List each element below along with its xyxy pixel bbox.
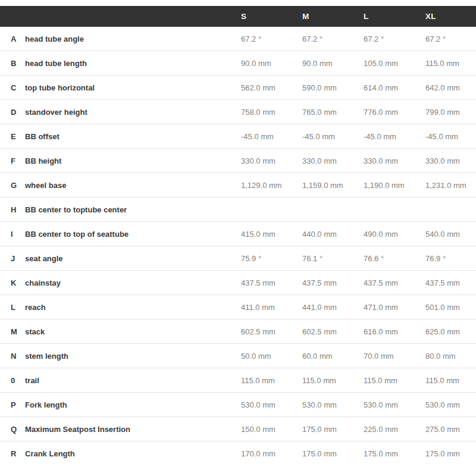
cell-value-m: 602.5 mm <box>302 327 364 336</box>
cell-value-s: 75.9 ° <box>241 254 302 263</box>
row-label: trail <box>25 376 241 385</box>
cell-value-l: 1,190.0 mm <box>364 181 425 190</box>
row-label: BB offset <box>25 132 241 141</box>
cell-value-xl: 540.0 mm <box>425 230 469 239</box>
cell-value-l: 70.0 mm <box>364 352 425 361</box>
cell-value-s: 50.0 mm <box>241 352 302 361</box>
row-label: standover height <box>25 108 241 117</box>
table-row: P Fork length 530.0 mm 530.0 mm 530.0 mm… <box>0 393 476 417</box>
cell-value-m: 441.0 mm <box>302 303 364 312</box>
row-letter: F <box>11 156 25 165</box>
row-label: stack <box>25 327 241 336</box>
cell-value-s: 758.0 mm <box>241 108 302 117</box>
column-header-xl: XL <box>425 12 469 21</box>
row-letter: A <box>11 35 25 43</box>
row-letter: R <box>11 449 25 458</box>
table-body: A head tube angle 67.2 ° 67.2 ° 67.2 ° 6… <box>0 27 476 466</box>
cell-value-m: 60.0 mm <box>302 352 364 361</box>
cell-value-m: 67.2 ° <box>302 35 364 43</box>
cell-value-xl: 330.0 mm <box>425 156 469 165</box>
column-header-m: M <box>302 12 364 21</box>
cell-value-m: 175.0 mm <box>302 449 364 458</box>
cell-value-m: 175.0 mm <box>302 425 364 434</box>
row-label: BB center to toptube center <box>25 205 241 214</box>
cell-value-s: 67.2 ° <box>241 35 302 43</box>
table-row: B head tube length 90.0 mm 90.0 mm 105.0… <box>0 51 476 76</box>
cell-value-l: 490.0 mm <box>364 230 425 239</box>
cell-value-xl: 275.0 mm <box>425 425 469 434</box>
row-letter: C <box>11 83 25 92</box>
cell-value-m: -45.0 mm <box>302 132 364 141</box>
row-label: Maximum Seatpost Insertion <box>25 425 241 434</box>
cell-value-s: 1,129.0 mm <box>241 181 302 190</box>
cell-value-l: 330.0 mm <box>364 156 425 165</box>
table-row: A head tube angle 67.2 ° 67.2 ° 67.2 ° 6… <box>0 27 476 51</box>
cell-value-s: 330.0 mm <box>241 156 302 165</box>
table-row: C top tube horizontal 562.0 mm 590.0 mm … <box>0 76 476 100</box>
table-row: H BB center to toptube center <box>0 198 476 222</box>
row-label: reach <box>25 303 241 312</box>
row-letter: E <box>11 132 25 141</box>
row-label: seat angle <box>25 254 241 263</box>
cell-value-xl: 530.0 mm <box>425 400 469 409</box>
cell-value-m: 1,159.0 mm <box>302 181 364 190</box>
row-letter: D <box>11 108 25 117</box>
table-row: 0 trail 115.0 mm 115.0 mm 115.0 mm 115.0… <box>0 368 476 393</box>
cell-value-xl: 115.0 mm <box>425 59 469 68</box>
cell-value-m: 437.5 mm <box>302 278 364 287</box>
cell-value-l: 530.0 mm <box>364 400 425 409</box>
cell-value-xl: 501.0 mm <box>425 303 469 312</box>
cell-value-s: 150.0 mm <box>241 425 302 434</box>
cell-value-xl: 1,231.0 mm <box>425 181 469 190</box>
table-row: J seat angle 75.9 ° 76.1 ° 76.6 ° 76.9 ° <box>0 246 476 271</box>
cell-value-l: 471.0 mm <box>364 303 425 312</box>
cell-value-xl: 625.0 mm <box>425 327 469 336</box>
cell-value-xl: 115.0 mm <box>425 376 469 385</box>
cell-value-l: 76.6 ° <box>364 254 425 263</box>
table-row: N stem length 50.0 mm 60.0 mm 70.0 mm 80… <box>0 344 476 368</box>
cell-value-l: 67.2 ° <box>364 35 425 43</box>
cell-value-l: 616.0 mm <box>364 327 425 336</box>
row-label: Fork length <box>25 400 241 409</box>
table-row: M stack 602.5 mm 602.5 mm 616.0 mm 625.0… <box>0 320 476 344</box>
row-label: wheel base <box>25 181 241 190</box>
cell-value-l: 225.0 mm <box>364 425 425 434</box>
cell-value-s: 562.0 mm <box>241 83 302 92</box>
cell-value-xl: 642.0 mm <box>425 83 469 92</box>
cell-value-l: 115.0 mm <box>364 376 425 385</box>
row-label: top tube horizontal <box>25 83 241 92</box>
row-letter: K <box>11 278 25 287</box>
row-letter: P <box>11 400 25 409</box>
cell-value-xl: 67.2 ° <box>425 35 469 43</box>
cell-value-l: 175.0 mm <box>364 449 425 458</box>
cell-value-s: 115.0 mm <box>241 376 302 385</box>
cell-value-xl: 799.0 mm <box>425 108 469 117</box>
geometry-table: S M L XL A head tube angle 67.2 ° 67.2 °… <box>0 0 476 466</box>
row-label: Crank Length <box>25 449 241 458</box>
row-label: head tube length <box>25 59 241 68</box>
row-label: BB center to top of seattube <box>25 230 241 239</box>
cell-value-s: 530.0 mm <box>241 400 302 409</box>
row-label: head tube angle <box>25 35 241 43</box>
cell-value-m: 530.0 mm <box>302 400 364 409</box>
cell-value-l: 614.0 mm <box>364 83 425 92</box>
table-row: I BB center to top of seattube 415.0 mm … <box>0 222 476 246</box>
cell-value-m: 765.0 mm <box>302 108 364 117</box>
cell-value-xl: -45.0 mm <box>425 132 469 141</box>
cell-value-l: 776.0 mm <box>364 108 425 117</box>
table-row: E BB offset -45.0 mm -45.0 mm -45.0 mm -… <box>0 124 476 149</box>
cell-value-m: 115.0 mm <box>302 376 364 385</box>
row-letter: G <box>11 181 25 190</box>
table-row: Q Maximum Seatpost Insertion 150.0 mm 17… <box>0 417 476 441</box>
cell-value-s: 90.0 mm <box>241 59 302 68</box>
row-letter: I <box>11 230 25 239</box>
row-letter: J <box>11 254 25 263</box>
cell-value-s: 415.0 mm <box>241 230 302 239</box>
cell-value-m: 90.0 mm <box>302 59 364 68</box>
cell-value-xl: 80.0 mm <box>425 352 469 361</box>
row-letter: N <box>11 352 25 361</box>
table-header-row: S M L XL <box>0 6 476 27</box>
row-label: BB height <box>25 156 241 165</box>
table-row: K chainstay 437.5 mm 437.5 mm 437.5 mm 4… <box>0 271 476 295</box>
cell-value-m: 590.0 mm <box>302 83 364 92</box>
